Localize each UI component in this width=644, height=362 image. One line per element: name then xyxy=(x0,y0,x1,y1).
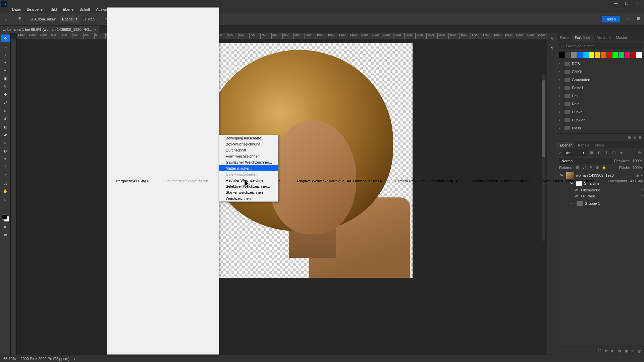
layer-select-dropdown[interactable]: Ebene xyxy=(60,16,79,22)
document-tab[interactable]: Unbenannt-1 bei 65,9% (woman-1439909_192… xyxy=(0,26,99,33)
quickmask-tool[interactable]: ◙ xyxy=(1,223,10,230)
titlebar: — ▢ ✕ xyxy=(0,0,644,6)
screenmode-tool[interactable]: ▭ xyxy=(1,231,10,238)
eyedropper-tool[interactable]: ✎ xyxy=(1,83,10,90)
stamp-tool[interactable]: ⎌ xyxy=(1,107,10,114)
menuitem-durchschnitt[interactable]: Durchschnitt xyxy=(219,147,278,153)
menuitem-camerarawfilter[interactable]: Camera Raw-Filter...Umschalt+Strg+A xyxy=(388,8,464,354)
hand-tool[interactable]: ✋ xyxy=(1,187,10,195)
status-chevron-icon[interactable]: › xyxy=(74,357,75,361)
menuitem-bewegungsunschrfe[interactable]: Bewegungsunschärfe... xyxy=(219,135,278,141)
menu-datei[interactable]: Datei xyxy=(9,7,23,12)
crop-tool[interactable]: ✂ xyxy=(1,67,10,74)
separator xyxy=(26,15,26,23)
menuitem-selektiverweichzeichner[interactable]: Selektiver Weichzeichner... xyxy=(219,183,278,189)
dodge-tool[interactable]: ◐ xyxy=(1,147,10,155)
separator xyxy=(101,15,101,23)
separator xyxy=(13,15,13,23)
blur-tool[interactable]: ○ xyxy=(1,139,10,146)
menu-bearbeiten[interactable]: Bearbeiten xyxy=(24,7,47,12)
minimize-button[interactable]: — xyxy=(610,0,621,6)
menuitem-gauscherweichzeichner[interactable]: Gaußscher Weichzeichner... xyxy=(219,159,278,165)
zoom-level[interactable]: 65,89% xyxy=(3,357,16,361)
brush-tool[interactable]: 🖌 xyxy=(1,99,10,106)
document-tab-label: Unbenannt-1 bei 65,9% (woman-1439909_192… xyxy=(3,27,92,32)
pen-tool[interactable]: ✒ xyxy=(1,155,10,163)
menu-schrift[interactable]: Schrift xyxy=(77,7,93,12)
type-tool[interactable]: T xyxy=(1,163,10,171)
marquee-tool[interactable]: ▭ xyxy=(1,43,10,50)
zoom-tool[interactable]: ⌕ xyxy=(1,195,10,203)
ruler-vertical xyxy=(11,39,17,355)
toolbox: ✥ ▭ ⌇ ✶ ✂ ▣ ✎ ✚ 🖌 ⎌ ↺ ◧ ▰ ○ ◐ ✒ T ↗ ▢ ✋ … xyxy=(0,33,11,355)
blur-submenu-dropdown: Bewegungsunschärfe...Box-Weichzeichnung.… xyxy=(219,135,278,202)
menuitem-fluchtpunkt: Fluchtpunkt...Alt+Strg+V xyxy=(601,8,644,354)
menuitem-radialerweichzeichner[interactable]: Radialer Weichzeichner... xyxy=(219,177,278,183)
menuitem-boxweichzeichnung[interactable]: Box-Weichzeichnung... xyxy=(219,141,278,147)
menuitem-adaptiveweitwinkelkorrektur[interactable]: Adaptive Weitwinkelkorrektur...Alt+Umsch… xyxy=(290,8,388,354)
path-tool[interactable]: ↗ xyxy=(1,171,10,179)
close-button[interactable]: ✕ xyxy=(632,0,643,6)
menuitem-verflssigen[interactable]: Verflüssigen...Umschalt+Strg+X xyxy=(536,8,601,354)
menu-bild[interactable]: Bild xyxy=(48,7,59,12)
menuitem-objektivunschrfe: Objektivunschärfe... xyxy=(219,171,278,177)
menuitem-filtergalerie[interactable]: FiltergalerieAlt+Strg+F xyxy=(107,8,157,354)
eraser-tool[interactable]: ◧ xyxy=(1,123,10,130)
shape-tool[interactable]: ▢ xyxy=(1,179,10,187)
maximize-button[interactable]: ▢ xyxy=(621,0,632,6)
wand-tool[interactable]: ✶ xyxy=(1,59,10,66)
menu-ebene[interactable]: Ebene xyxy=(60,7,76,12)
menuitem-objektivkorrektur[interactable]: Objektivkorrektur...Umschalt+Strg+R xyxy=(464,8,536,354)
menuitem-formweichzeichnen[interactable]: Form weichzeichnen... xyxy=(219,153,278,159)
heal-tool[interactable]: ✚ xyxy=(1,91,10,98)
auto-select-checkbox[interactable]: ☑Autom. ausw. xyxy=(30,17,56,21)
menuitem-mattermachen[interactable]: Matter machen... xyxy=(219,165,278,171)
filter-menu-dropdown: FiltergalerieAlt+Strg+FFür Smartfilter k… xyxy=(107,7,219,355)
close-tab-icon[interactable]: × xyxy=(94,27,96,32)
history-brush-tool[interactable]: ↺ xyxy=(1,115,10,122)
home-icon[interactable]: ⌂ xyxy=(3,16,9,22)
transform-controls-checkbox[interactable]: ☐Tran... xyxy=(83,17,98,21)
lasso-tool[interactable]: ⌇ xyxy=(1,51,10,58)
menuitem-weichzeichnen[interactable]: Weichzeichnen xyxy=(219,195,278,201)
move-tool-icon[interactable]: ✥ xyxy=(16,16,22,22)
doc-dimensions: 2000 Px × 2000 Px (72 ppcm) xyxy=(20,357,69,361)
status-bar: 65,89% 2000 Px × 2000 Px (72 ppcm) › xyxy=(0,355,644,362)
gradient-tool[interactable]: ▰ xyxy=(1,131,10,138)
app-icon: Ps xyxy=(1,1,7,7)
fg-bg-colors[interactable] xyxy=(1,214,10,222)
menuitem-frsmartfilterkonvertieren: Für Smartfilter konvertieren xyxy=(157,8,214,354)
more-tools[interactable]: ⋯ xyxy=(1,203,10,211)
move-tool[interactable]: ✥ xyxy=(1,35,10,42)
menuitem-strkerweichzeichnen[interactable]: Stärker weichzeichnen xyxy=(219,189,278,195)
frame-tool[interactable]: ▣ xyxy=(1,75,10,82)
